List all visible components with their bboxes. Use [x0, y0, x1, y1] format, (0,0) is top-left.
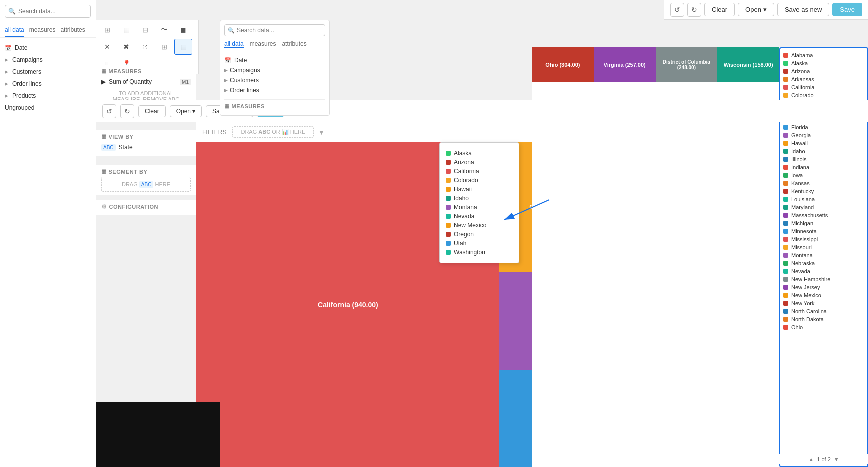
cell-virginia[interactable]: Virginia (257.00) — [594, 47, 656, 82]
viz-open-button[interactable]: Open ▾ — [170, 105, 202, 117]
chart-type-line[interactable]: 〜 — [155, 22, 173, 38]
viz-redo-button[interactable]: ↻ — [120, 104, 134, 118]
sidebar-item-orderlines[interactable]: Order lines — [0, 78, 96, 90]
legend-item[interactable]: Arkansas — [783, 75, 864, 83]
chart-type-dots[interactable]: ⁙ — [136, 39, 154, 55]
legend-item[interactable]: Illinois — [783, 155, 864, 163]
cell-ohio[interactable]: Ohio (304.00) — [532, 47, 594, 82]
data-panel-tab-measures[interactable]: measures — [250, 40, 276, 48]
open-button[interactable]: Open ▾ — [738, 3, 774, 16]
tooltip-utah: Utah — [446, 239, 513, 248]
left-sidebar: 🔍 all data measures attributes 📅 Date Ca… — [0, 0, 96, 467]
legend-item[interactable]: New Hampshire — [783, 275, 864, 283]
legend-item[interactable]: Alaska — [783, 59, 864, 67]
clear-button[interactable]: Clear — [704, 3, 735, 16]
redo-button[interactable]: ↻ — [687, 3, 701, 17]
save-button[interactable]: Save — [832, 3, 862, 16]
legend-item[interactable]: Montana — [783, 251, 864, 259]
viewby-icon: ▦ — [101, 133, 107, 140]
sidebar-item-ungrouped[interactable]: Ungrouped — [0, 102, 96, 114]
legend-item[interactable]: New Mexico — [783, 291, 864, 299]
legend-item[interactable]: Colorado — [783, 91, 864, 99]
viz-undo-button[interactable]: ↺ — [102, 104, 116, 118]
chart-type-x[interactable]: ✖ — [117, 39, 135, 55]
panel-measures-label: MEASURES — [232, 103, 265, 109]
data-item-orderlines[interactable]: ▶ Order lines — [224, 85, 325, 95]
legend-item[interactable]: Ohio — [783, 323, 864, 331]
data-panel-tab-all[interactable]: all data — [224, 40, 244, 48]
legend-item[interactable]: Iowa — [783, 171, 864, 179]
sidebar-item-date[interactable]: 📅 Date — [0, 42, 96, 54]
drag-abc-label: DRAG ABC OR 📊 HERE — [241, 129, 305, 135]
legend-item[interactable]: California — [783, 83, 864, 91]
chart-type-bar[interactable]: ▦ — [117, 22, 135, 38]
save-as-new-button[interactable]: Save as new — [777, 3, 829, 16]
arizona-dot — [446, 160, 451, 165]
legend-item[interactable]: Louisiana — [783, 195, 864, 203]
legend-dot — [783, 85, 788, 90]
legend-item[interactable]: Arizona — [783, 67, 864, 75]
legend-next-arrow[interactable]: ▼ — [834, 456, 839, 462]
legend-prev-arrow[interactable]: ▲ — [808, 456, 814, 462]
data-item-campaigns[interactable]: ▶ Campaigns — [224, 65, 325, 75]
legend-item[interactable]: Kansas — [783, 179, 864, 187]
data-item-customers[interactable]: ▶ Customers — [224, 75, 325, 85]
data-item-date[interactable]: 📅 Date — [224, 55, 325, 65]
legend-item[interactable]: Florida — [783, 123, 864, 131]
legend-item[interactable]: Alabama — [783, 51, 864, 59]
legend-item[interactable]: North Carolina — [783, 307, 864, 315]
legend-item[interactable]: Minnesota — [783, 227, 864, 235]
chart-type-pivot[interactable]: ⊟ — [136, 22, 154, 38]
tab-all-data[interactable]: all data — [5, 26, 24, 37]
expand-orderlines-icon: ▶ — [224, 88, 228, 93]
data-panel-tab-attributes[interactable]: attributes — [282, 40, 306, 48]
legend-item[interactable]: Idaho — [783, 147, 864, 155]
viewby-item-state[interactable]: ABC State — [101, 142, 191, 153]
legend-item-label: Mississippi — [791, 236, 818, 242]
legend-item[interactable]: Kentucky — [783, 187, 864, 195]
legend-item[interactable]: Missouri — [783, 243, 864, 251]
legend-item[interactable]: New Jersey — [783, 283, 864, 291]
legend-item[interactable]: New York — [783, 299, 864, 307]
legend-item[interactable]: Michigan — [783, 219, 864, 227]
chart-type-treemap[interactable]: ▤ — [174, 39, 192, 55]
sidebar-item-customers[interactable]: Customers — [0, 66, 96, 78]
filters-drag-zone[interactable]: DRAG ABC OR 📊 HERE — [232, 126, 314, 138]
sidebar-search-input[interactable] — [5, 5, 91, 18]
chart-type-table[interactable]: ⊞ — [98, 22, 116, 38]
legend-item[interactable]: Nevada — [783, 267, 864, 275]
legend-item[interactable]: Indiana — [783, 163, 864, 171]
legend-dot — [783, 269, 788, 274]
chart-type-area[interactable]: ◼ — [174, 22, 192, 38]
sidebar-item-products[interactable]: Products — [0, 90, 96, 102]
sidebar-item-orderlines-label: Order lines — [12, 80, 42, 87]
legend-item-label: Michigan — [791, 220, 813, 226]
cell-wisconsin[interactable]: Wisconsin (158.00) — [717, 47, 779, 82]
data-search-input[interactable] — [224, 24, 325, 36]
chart-type-scatter[interactable]: ✕ — [98, 39, 116, 55]
legend-item[interactable]: Massachusetts — [783, 211, 864, 219]
legend-item[interactable]: Maryland — [783, 203, 864, 211]
legend-item[interactable]: North Dakota — [783, 315, 864, 323]
undo-button[interactable]: ↺ — [670, 3, 684, 17]
legend-item-label: New Jersey — [791, 284, 820, 290]
legend-item[interactable]: Georgia — [783, 131, 864, 139]
legend-item[interactable]: Nebraska — [783, 259, 864, 267]
filter-icon[interactable]: ▼ — [318, 128, 325, 136]
legend-item[interactable]: Hawaii — [783, 139, 864, 147]
segment-drag-zone[interactable]: DRAG ABC HERE — [101, 177, 191, 192]
tooltip-idaho: Idaho — [446, 194, 513, 203]
panel-measures-icon: ▦ — [224, 103, 230, 109]
legend-item-label: Hawaii — [791, 140, 808, 146]
tab-measures[interactable]: measures — [29, 26, 56, 37]
cal-icon: 📅 — [224, 57, 231, 64]
measure-sum-quantity[interactable]: ▶ Sum of Quantity M1 — [101, 76, 191, 87]
tab-attributes[interactable]: attributes — [60, 26, 85, 37]
chart-type-grid[interactable]: ⊞ — [155, 39, 173, 55]
legend-item[interactable]: Mississippi — [783, 235, 864, 243]
sidebar-item-campaigns[interactable]: Campaigns — [0, 54, 96, 66]
viz-clear-button[interactable]: Clear — [138, 105, 166, 117]
cell-dc[interactable]: District of Columbia (248.00) — [656, 47, 718, 82]
legend-dot — [783, 237, 788, 242]
gear-icon: ⚙ — [101, 203, 107, 210]
